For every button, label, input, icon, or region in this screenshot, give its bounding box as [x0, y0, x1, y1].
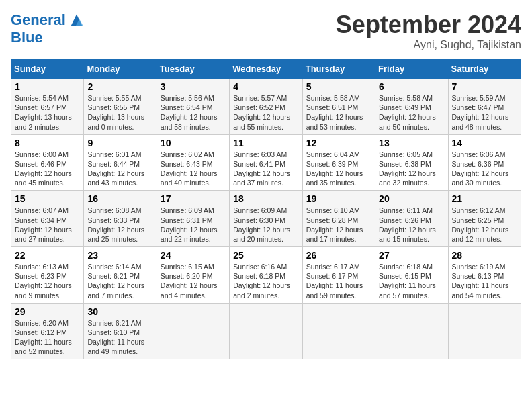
day-number: 11 [233, 138, 298, 148]
calendar-cell: 21Sunrise: 6:12 AMSunset: 6:25 PMDayligh… [448, 191, 521, 247]
day-info: Sunrise: 6:06 AMSunset: 6:36 PMDaylight:… [452, 150, 517, 188]
day-info: Sunrise: 5:59 AMSunset: 6:47 PMDaylight:… [452, 93, 517, 132]
calendar-cell [157, 303, 229, 359]
col-wednesday: Wednesday [230, 60, 302, 79]
calendar-cell: 17Sunrise: 6:09 AMSunset: 6:31 PMDayligh… [157, 191, 229, 247]
day-info: Sunrise: 5:55 AMSunset: 6:55 PMDaylight:… [87, 93, 152, 132]
day-info: Sunrise: 6:00 AMSunset: 6:46 PMDaylight:… [15, 150, 80, 188]
calendar-cell: 26Sunrise: 6:17 AMSunset: 6:17 PMDayligh… [302, 247, 375, 304]
day-number: 4 [233, 81, 298, 92]
calendar-cell: 29Sunrise: 6:20 AMSunset: 6:12 PMDayligh… [11, 303, 84, 359]
day-number: 8 [15, 138, 80, 148]
day-info: Sunrise: 6:17 AMSunset: 6:17 PMDaylight:… [306, 262, 371, 300]
day-info: Sunrise: 6:04 AMSunset: 6:39 PMDaylight:… [306, 150, 371, 188]
calendar-cell: 6Sunrise: 5:58 AMSunset: 6:49 PMDaylight… [375, 79, 448, 135]
calendar-cell: 9Sunrise: 6:01 AMSunset: 6:44 PMDaylight… [84, 134, 157, 191]
calendar-cell: 7Sunrise: 5:59 AMSunset: 6:47 PMDaylight… [448, 79, 521, 135]
day-info: Sunrise: 6:09 AMSunset: 6:30 PMDaylight:… [233, 205, 298, 244]
calendar-cell: 20Sunrise: 6:11 AMSunset: 6:26 PMDayligh… [375, 191, 448, 247]
calendar-week-row: 22Sunrise: 6:13 AMSunset: 6:23 PMDayligh… [11, 247, 521, 304]
calendar-cell: 10Sunrise: 6:02 AMSunset: 6:43 PMDayligh… [157, 134, 229, 191]
calendar-cell: 28Sunrise: 6:19 AMSunset: 6:13 PMDayligh… [448, 247, 521, 304]
title-block: September 2024 Ayni, Sughd, Tajikistan [336, 11, 521, 51]
col-friday: Friday [375, 60, 448, 79]
calendar-cell: 3Sunrise: 5:56 AMSunset: 6:54 PMDaylight… [157, 79, 229, 135]
calendar-cell: 16Sunrise: 6:08 AMSunset: 6:33 PMDayligh… [84, 191, 157, 247]
calendar-cell [302, 303, 375, 359]
day-number: 25 [233, 250, 298, 261]
day-number: 19 [306, 193, 371, 204]
calendar-cell: 30Sunrise: 6:21 AMSunset: 6:10 PMDayligh… [84, 303, 157, 359]
month-title: September 2024 [336, 11, 521, 39]
day-number: 10 [161, 138, 226, 148]
day-info: Sunrise: 6:21 AMSunset: 6:10 PMDaylight:… [87, 318, 152, 357]
calendar-cell: 8Sunrise: 6:00 AMSunset: 6:46 PMDaylight… [11, 134, 84, 191]
day-info: Sunrise: 6:15 AMSunset: 6:20 PMDaylight:… [161, 262, 226, 300]
calendar-cell: 2Sunrise: 5:55 AMSunset: 6:55 PMDaylight… [84, 79, 157, 135]
day-info: Sunrise: 6:08 AMSunset: 6:33 PMDaylight:… [87, 205, 152, 244]
calendar-cell: 22Sunrise: 6:13 AMSunset: 6:23 PMDayligh… [11, 247, 84, 304]
calendar-cell: 14Sunrise: 6:06 AMSunset: 6:36 PMDayligh… [448, 134, 521, 191]
calendar-cell: 19Sunrise: 6:10 AMSunset: 6:28 PMDayligh… [302, 191, 375, 247]
calendar-cell: 13Sunrise: 6:05 AMSunset: 6:38 PMDayligh… [375, 134, 448, 191]
day-info: Sunrise: 6:14 AMSunset: 6:21 PMDaylight:… [87, 262, 152, 300]
calendar-cell: 11Sunrise: 6:03 AMSunset: 6:41 PMDayligh… [230, 134, 302, 191]
calendar-cell: 1Sunrise: 5:54 AMSunset: 6:57 PMDaylight… [11, 79, 84, 135]
day-number: 17 [161, 193, 226, 204]
day-number: 23 [87, 250, 152, 261]
col-tuesday: Tuesday [157, 60, 229, 79]
day-info: Sunrise: 6:10 AMSunset: 6:28 PMDaylight:… [306, 205, 371, 244]
day-number: 24 [161, 250, 226, 261]
calendar-cell [230, 303, 302, 359]
day-info: Sunrise: 6:05 AMSunset: 6:38 PMDaylight:… [379, 150, 444, 188]
day-info: Sunrise: 5:58 AMSunset: 6:51 PMDaylight:… [306, 93, 371, 132]
calendar-cell: 5Sunrise: 5:58 AMSunset: 6:51 PMDaylight… [302, 79, 375, 135]
calendar-cell [375, 303, 448, 359]
day-info: Sunrise: 6:12 AMSunset: 6:25 PMDaylight:… [452, 205, 517, 244]
logo: General Blue [11, 11, 86, 46]
day-number: 18 [233, 193, 298, 204]
day-number: 3 [161, 81, 226, 92]
day-info: Sunrise: 6:09 AMSunset: 6:31 PMDaylight:… [161, 205, 226, 244]
calendar-cell [448, 303, 521, 359]
calendar-cell: 12Sunrise: 6:04 AMSunset: 6:39 PMDayligh… [302, 134, 375, 191]
day-number: 7 [452, 81, 517, 92]
calendar-cell: 24Sunrise: 6:15 AMSunset: 6:20 PMDayligh… [157, 247, 229, 304]
day-info: Sunrise: 5:58 AMSunset: 6:49 PMDaylight:… [379, 93, 444, 132]
logo-text: General [11, 12, 66, 28]
day-number: 13 [379, 138, 444, 148]
day-number: 28 [452, 250, 517, 261]
day-number: 5 [306, 81, 371, 92]
page-header: General Blue September 2024 Ayni, Sughd,… [11, 11, 521, 51]
day-number: 21 [452, 193, 517, 204]
calendar-cell: 15Sunrise: 6:07 AMSunset: 6:34 PMDayligh… [11, 191, 84, 247]
calendar-cell: 25Sunrise: 6:16 AMSunset: 6:18 PMDayligh… [230, 247, 302, 304]
day-info: Sunrise: 6:03 AMSunset: 6:41 PMDaylight:… [233, 150, 298, 188]
day-number: 1 [15, 81, 80, 92]
day-info: Sunrise: 6:18 AMSunset: 6:15 PMDaylight:… [379, 262, 444, 300]
calendar-cell: 23Sunrise: 6:14 AMSunset: 6:21 PMDayligh… [84, 247, 157, 304]
day-info: Sunrise: 6:13 AMSunset: 6:23 PMDaylight:… [15, 262, 80, 300]
day-info: Sunrise: 6:01 AMSunset: 6:44 PMDaylight:… [87, 150, 152, 188]
day-info: Sunrise: 6:20 AMSunset: 6:12 PMDaylight:… [15, 318, 80, 357]
calendar-header-row: Sunday Monday Tuesday Wednesday Thursday… [11, 60, 521, 79]
calendar-cell: 27Sunrise: 6:18 AMSunset: 6:15 PMDayligh… [375, 247, 448, 304]
calendar-week-row: 8Sunrise: 6:00 AMSunset: 6:46 PMDaylight… [11, 134, 521, 191]
day-number: 20 [379, 193, 444, 204]
day-info: Sunrise: 6:19 AMSunset: 6:13 PMDaylight:… [452, 262, 517, 300]
day-number: 9 [87, 138, 152, 148]
logo-blue-text: Blue [11, 30, 86, 46]
calendar-cell: 18Sunrise: 6:09 AMSunset: 6:30 PMDayligh… [230, 191, 302, 247]
day-number: 12 [306, 138, 371, 148]
day-info: Sunrise: 6:16 AMSunset: 6:18 PMDaylight:… [233, 262, 298, 300]
day-number: 30 [87, 306, 152, 317]
day-number: 26 [306, 250, 371, 261]
day-info: Sunrise: 5:57 AMSunset: 6:52 PMDaylight:… [233, 93, 298, 132]
calendar-table: Sunday Monday Tuesday Wednesday Thursday… [11, 59, 521, 359]
calendar-week-row: 29Sunrise: 6:20 AMSunset: 6:12 PMDayligh… [11, 303, 521, 359]
day-info: Sunrise: 6:07 AMSunset: 6:34 PMDaylight:… [15, 205, 80, 244]
day-number: 29 [15, 306, 80, 317]
day-number: 27 [379, 250, 444, 261]
day-number: 15 [15, 193, 80, 204]
day-number: 22 [15, 250, 80, 261]
